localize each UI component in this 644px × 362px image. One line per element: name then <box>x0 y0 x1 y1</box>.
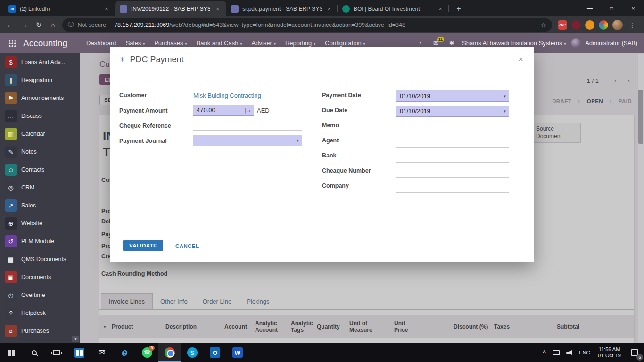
sidebar-item-loans[interactable]: $Loans And Adv... <box>0 53 80 71</box>
adblock-extension-icon[interactable]: ABP <box>558 20 567 30</box>
chrome-app-button[interactable] <box>158 343 181 362</box>
sidebar-item-website[interactable]: ⊕Website <box>0 214 80 232</box>
info-icon[interactable]: ⓘ <box>68 21 74 29</box>
bug-icon[interactable]: ✱ <box>446 40 457 47</box>
start-button[interactable] <box>0 343 23 362</box>
apps-grid-icon[interactable] <box>8 40 16 47</box>
tab-close-icon[interactable]: × <box>103 6 110 12</box>
taskbar-clock[interactable]: 11:56 AM01-Oct-19 <box>594 343 625 362</box>
extension-icon[interactable] <box>571 20 581 30</box>
forward-icon[interactable]: → <box>18 18 31 32</box>
sidebar-scroll-down-icon[interactable]: ▾ <box>72 336 79 342</box>
mail-app-button[interactable]: ✉ <box>91 343 113 362</box>
minimize-button[interactable]: — <box>579 0 601 16</box>
cheaque-number-input[interactable] <box>396 167 509 178</box>
maximize-button[interactable]: □ <box>601 0 622 16</box>
sidebar-item-notes[interactable]: ✎Notes <box>0 143 80 161</box>
volume-tray-button[interactable] <box>563 343 576 362</box>
sidebar-item-resignation[interactable]: ∥Resignation <box>0 71 80 89</box>
tab-close-icon[interactable]: × <box>325 6 333 12</box>
action-center-button[interactable]: 6 <box>625 343 644 362</box>
reload-icon[interactable]: ↻ <box>32 18 45 32</box>
app-title[interactable]: Accounting <box>23 38 67 49</box>
dialog-footer: VALIDATE CANCEL <box>110 230 534 262</box>
skype-app-button[interactable]: S <box>181 343 204 362</box>
payment-amount-input[interactable]: 470.00 د.إ <box>193 105 254 116</box>
sidebar-item-discuss[interactable]: …Discuss <box>0 107 80 125</box>
task-view-button[interactable] <box>45 343 68 362</box>
whatsapp-app-button[interactable]: ☎9 <box>136 343 158 362</box>
sidebar-item-qms[interactable]: ▤QMS Documents <box>0 250 80 268</box>
cancel-button[interactable]: CANCEL <box>175 240 199 252</box>
cheque-reference-input[interactable] <box>193 120 302 131</box>
display-tray-button[interactable] <box>549 343 563 362</box>
agent-input[interactable] <box>396 137 509 148</box>
memo-input[interactable] <box>396 122 509 132</box>
chevron-down-icon: ▾ <box>504 94 506 99</box>
scrollbar-thumb[interactable] <box>638 90 643 144</box>
company-switcher[interactable]: Shams Al bawadi Insulation Systems▾ <box>462 40 566 47</box>
new-tab-button[interactable]: + <box>453 3 465 15</box>
sidebar-item-label: Sales <box>21 202 36 209</box>
bookmark-star-icon[interactable]: ☆ <box>540 21 546 29</box>
messages-icon[interactable]: ✉11 <box>430 40 441 47</box>
sidebar-item-label: Website <box>21 220 42 227</box>
memo-label: Memo <box>322 122 339 129</box>
sidebar-item-overtime[interactable]: ◷Overtime <box>0 286 80 304</box>
sidebar-item-helpdesk[interactable]: ?Helpdesk <box>0 304 80 322</box>
url-input[interactable]: ⓘ Not secure 78.157.209.211:8069/web?deb… <box>62 18 552 32</box>
activities-icon[interactable]: ◔ <box>414 40 425 47</box>
tab-invoice[interactable]: INV/2019/0122 - SAB ERP SYS × <box>115 1 226 16</box>
browser-profile-avatar[interactable] <box>612 20 623 30</box>
browser-menu-icon[interactable]: ⋮ <box>627 21 637 29</box>
sidebar-item-announcements[interactable]: ⚑Announcements <box>0 89 80 107</box>
outlook-icon: O <box>210 347 220 358</box>
user-avatar[interactable] <box>571 38 581 48</box>
home-icon[interactable]: ⌂ <box>46 18 59 32</box>
edge-app-button[interactable]: e <box>113 343 136 362</box>
extension-icon[interactable] <box>599 20 608 30</box>
close-window-button[interactable]: × <box>622 0 644 16</box>
bank-input[interactable] <box>396 152 509 163</box>
word-app-button[interactable]: W <box>226 343 249 362</box>
tray-expand-icon[interactable]: ^ <box>539 343 549 362</box>
payment-journal-select[interactable]: ▾ <box>193 135 302 146</box>
due-date-select[interactable]: 01/10/2019 ▾ <box>396 106 509 117</box>
tab-close-icon[interactable]: × <box>437 6 444 12</box>
company-input[interactable] <box>396 182 509 193</box>
tab-linkedin[interactable]: in (2) LinkedIn × <box>4 1 115 16</box>
tab-pdc-payment[interactable]: sr.pdc.payment - SAB ERP SYS × <box>226 1 338 16</box>
tab-title: INV/2019/0122 - SAB ERP SYS <box>131 6 210 12</box>
back-icon[interactable]: ← <box>4 18 17 32</box>
close-icon[interactable]: × <box>517 54 524 65</box>
payment-date-select[interactable]: 01/10/2019 ▾ <box>396 90 509 102</box>
discuss-icon: … <box>5 110 17 122</box>
security-label: Not secure <box>78 22 106 28</box>
sidebar-item-documents[interactable]: ▣Documents <box>0 268 80 286</box>
sidebar-item-contacts[interactable]: ☺Contacts <box>0 161 80 179</box>
tab-boi[interactable]: BOI | Board Of Investment × <box>338 1 449 16</box>
sidebar-item-label: Announcements <box>21 95 64 101</box>
sidebar-item-crm[interactable]: ◎CRM <box>0 179 80 197</box>
user-menu[interactable]: Administrator (SAB) <box>586 40 637 47</box>
extension-icon[interactable] <box>585 20 594 30</box>
validate-button[interactable]: VALIDATE <box>123 240 163 251</box>
tab-title: BOI | Board Of Investment <box>354 6 433 12</box>
store-app-button[interactable] <box>68 343 91 362</box>
linkedin-favicon-icon: in <box>8 5 16 13</box>
extensions-bar: ABP ⋮ <box>555 20 640 30</box>
sidebar-item-calendar[interactable]: ▦Calendar <box>0 125 80 143</box>
sidebar-item-sales[interactable]: ↗Sales <box>0 197 80 214</box>
sidebar-item-purchases[interactable]: ¤Purchases <box>0 322 80 340</box>
outlook-app-button[interactable]: O <box>204 343 226 362</box>
language-indicator[interactable]: ENG <box>576 343 594 362</box>
customer-value-link[interactable]: Misk Buiding Contracting <box>193 92 261 99</box>
page-scrollbar[interactable] <box>638 54 644 343</box>
dialog-title: PDC Payment <box>130 55 184 65</box>
sidebar-item-label: PLM Module <box>21 238 54 245</box>
tab-close-icon[interactable]: × <box>214 6 222 12</box>
company-name: Shams Al bawadi Insulation Systems <box>462 40 562 47</box>
sidebar-item-plm[interactable]: ↺PLM Module <box>0 232 80 250</box>
nav-systray: ◔ ✉11 ✱ Shams Al bawadi Insulation Syste… <box>414 38 637 48</box>
taskbar-search-button[interactable] <box>23 343 45 362</box>
